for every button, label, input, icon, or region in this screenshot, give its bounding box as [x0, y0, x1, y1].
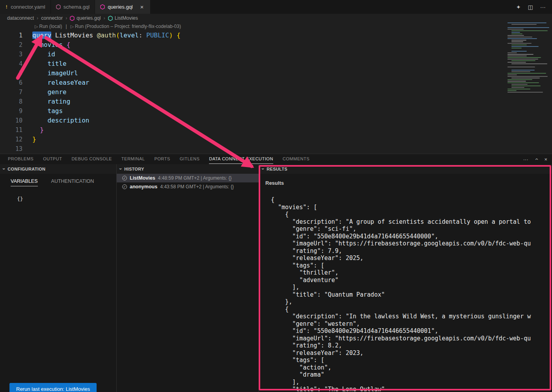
bottom-panel: PROBLEMSOUTPUTDEBUG CONSOLETERMINALPORTS… — [0, 154, 552, 392]
breadcrumb-item-queries.gql[interactable]: queries.gql — [70, 15, 101, 21]
run-local-label: Run (local) — [39, 24, 62, 29]
code-line-1[interactable]: 1query ListMovies @auth(level: PUBLIC) { — [0, 31, 552, 40]
editor-tab-queries.gql[interactable]: queries.gql× — [95, 0, 151, 14]
breadcrumb-item-ListMovies[interactable]: ListMovies — [108, 15, 138, 21]
minimap-line — [507, 81, 526, 82]
panel-tab-gitlens[interactable]: GITLENS — [180, 154, 200, 164]
tab-authentication[interactable]: AUTHENTICATION — [51, 178, 94, 186]
code-text: } — [32, 125, 44, 135]
panel-maximize-icon[interactable]: › — [533, 158, 539, 160]
line-number[interactable]: 7 — [0, 87, 22, 97]
rerun-button[interactable]: Rerun last execution: ListMovies — [9, 383, 97, 392]
sparkle-icon[interactable]: ✦ — [516, 4, 521, 10]
code-line-3[interactable]: 3 id — [0, 50, 552, 59]
yaml-icon: ! — [5, 4, 8, 10]
minimap-line — [511, 84, 528, 85]
close-icon[interactable]: × — [139, 4, 145, 10]
results-label: Results — [265, 180, 284, 186]
history-entry-ListMovies[interactable]: ✓ListMovies4:48:59 PM GMT+2 | Arguments:… — [117, 174, 259, 182]
code-line-8[interactable]: 8 rating — [0, 97, 552, 106]
code-line-10[interactable]: 10 description — [0, 116, 552, 125]
line-number[interactable]: 11 — [0, 125, 22, 135]
configuration-title: CONFIGURATION — [7, 167, 45, 171]
minimap-line — [507, 54, 533, 55]
run-production-link[interactable]: ▷Run (Production – Project: friendly-fli… — [71, 22, 181, 31]
line-number[interactable]: 4 — [0, 59, 22, 69]
minimap-line — [507, 90, 517, 91]
code-line-13[interactable]: 13 — [0, 144, 552, 154]
configuration-header[interactable]: › CONFIGURATION — [0, 164, 116, 174]
panel-tab-problems[interactable]: PROBLEMS — [8, 154, 34, 164]
editor-tabs: !connector.yamlschema.gqlqueries.gql× — [0, 0, 151, 14]
code-line-2[interactable]: 2 movies { — [0, 40, 552, 50]
panel-tab-ports[interactable]: PORTS — [154, 154, 170, 164]
line-number[interactable]: 6 — [0, 78, 22, 87]
panel-close-icon[interactable]: × — [544, 156, 547, 162]
variables-value: {} — [17, 196, 23, 202]
code-line-4[interactable]: 4 title — [0, 59, 552, 69]
history-entry-anonymous[interactable]: ✓anonymous4:43:58 PM GMT+2 | Arguments: … — [117, 182, 259, 191]
minimap-line — [507, 73, 546, 74]
results-header[interactable]: › RESULTS — [259, 164, 552, 174]
editor-tab-schema.gql[interactable]: schema.gql — [51, 0, 95, 14]
history-header[interactable]: › HISTORY — [117, 164, 259, 174]
code-text: releaseYear — [32, 78, 90, 87]
line-number[interactable]: 9 — [0, 106, 22, 116]
breadcrumb-label: queries.gql — [76, 15, 101, 21]
line-number[interactable]: 1 — [0, 31, 22, 40]
editor-tab-connector.yaml[interactable]: !connector.yaml — [0, 0, 51, 14]
breadcrumb-item-dataconnect[interactable]: dataconnect — [7, 15, 34, 21]
minimap[interactable] — [506, 22, 551, 97]
split-editor-icon[interactable]: ◫ — [528, 4, 533, 10]
minimap-line — [511, 46, 539, 47]
line-number[interactable]: 13 — [0, 144, 22, 154]
tab-variables[interactable]: VARIABLES — [11, 178, 38, 186]
code-line-11[interactable]: 11 } — [0, 125, 552, 135]
minimap-line — [511, 60, 535, 61]
history-section: › HISTORY ✓ListMovies4:48:59 PM GMT+2 | … — [117, 164, 259, 392]
panel-tab-output[interactable]: OUTPUT — [43, 154, 62, 164]
code-text: rating — [32, 97, 70, 106]
code-line-6[interactable]: 6 releaseYear — [0, 78, 552, 87]
run-local-link[interactable]: ▷Run (local) — [35, 22, 62, 31]
minimap-line — [507, 52, 517, 53]
tab-label: schema.gql — [63, 4, 90, 10]
line-number[interactable]: 3 — [0, 50, 22, 59]
run-production-label: Run (Production – Project: friendly-flix… — [75, 24, 181, 29]
line-number[interactable]: 10 — [0, 116, 22, 125]
minimap-line — [511, 71, 530, 72]
history-entry-name: ListMovies — [130, 175, 155, 181]
panel-tab-terminal[interactable]: TERMINAL — [121, 154, 145, 164]
minimap-line — [506, 65, 551, 66]
codelens: ▷Run (local) | ▷Run (Production – Projec… — [0, 22, 552, 31]
minimap-line — [507, 67, 535, 67]
code-text: tags — [32, 106, 63, 116]
code-line-5[interactable]: 5 imageUrl — [0, 69, 552, 78]
codelens-separator: | — [66, 22, 67, 31]
code-text: movies { — [32, 40, 70, 50]
minimap-line — [511, 24, 537, 25]
editor-more-icon[interactable]: ··· — [540, 4, 546, 10]
minimap-line — [511, 51, 527, 52]
line-number[interactable]: 12 — [0, 135, 22, 144]
editor-actions: ✦ ◫ ··· — [516, 0, 552, 14]
breadcrumb-item-connector[interactable]: connector — [41, 15, 63, 21]
line-number[interactable]: 5 — [0, 69, 22, 78]
check-circle-icon: ✓ — [122, 176, 127, 180]
chevron-down-icon: › — [260, 168, 266, 170]
panel-tab-data-connect-execution[interactable]: DATA CONNECT EXECUTION — [209, 154, 273, 164]
minimap-line — [507, 56, 527, 56]
panel-more-icon[interactable]: ··· — [523, 156, 528, 162]
line-number[interactable]: 2 — [0, 40, 22, 50]
results-section: › RESULTS Results { "movies": [ { "descr… — [259, 164, 552, 392]
panel-tab-comments[interactable]: COMMENTS — [283, 154, 310, 164]
code-line-9[interactable]: 9 tags — [0, 106, 552, 116]
minimap-line — [507, 62, 526, 63]
panel-tab-debug-console[interactable]: DEBUG CONSOLE — [71, 154, 112, 164]
code-line-7[interactable]: 7 genre — [0, 87, 552, 97]
code-line-12[interactable]: 12} — [0, 135, 552, 144]
minimap-line — [507, 57, 541, 58]
minimap-line — [507, 35, 524, 36]
code-area: 1query ListMovies @auth(level: PUBLIC) {… — [0, 31, 552, 154]
line-number[interactable]: 8 — [0, 97, 22, 106]
